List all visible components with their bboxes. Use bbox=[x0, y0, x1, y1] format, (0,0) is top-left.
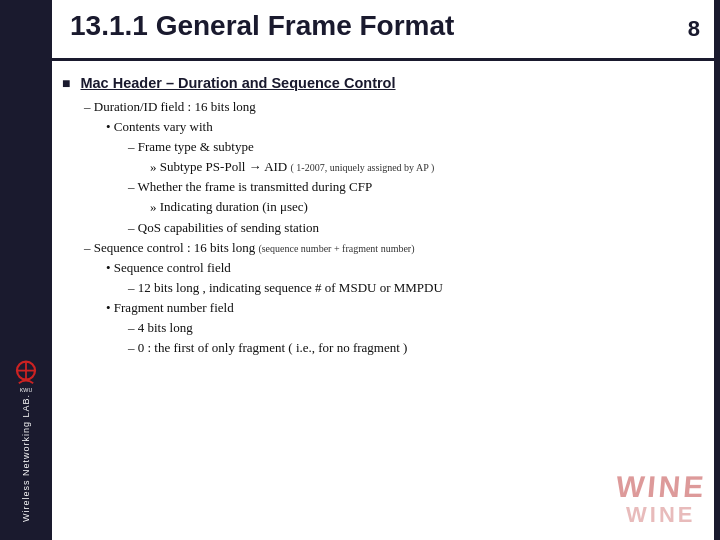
qos-item: – QoS capabilities of sending station bbox=[128, 218, 704, 238]
left-sidebar: KWU Wireless Networking LAB. bbox=[0, 0, 52, 540]
wine-text-top: WINE bbox=[614, 470, 707, 504]
four-bits-item: – 4 bits long bbox=[128, 318, 704, 338]
sidebar-lab-text: Wireless Networking LAB. bbox=[21, 394, 31, 522]
bullet-square-icon: ■ bbox=[62, 73, 70, 95]
seq-control-field-item: • Sequence control field bbox=[106, 258, 704, 278]
section-header: ■ Mac Header – Duration and Sequence Con… bbox=[62, 72, 704, 95]
cfp-item: – Whether the frame is transmitted durin… bbox=[128, 177, 704, 197]
section-title: Mac Header – Duration and Sequence Contr… bbox=[80, 72, 395, 94]
duration-item: – Duration/ID field : 16 bits long bbox=[84, 97, 704, 117]
page-number: 8 bbox=[688, 16, 700, 42]
slide: KWU Wireless Networking LAB. 8 13.1.1 Ge… bbox=[0, 0, 720, 540]
university-logo: KWU bbox=[8, 358, 44, 394]
twelve-bits-item: – 12 bits long , indicating sequence # o… bbox=[128, 278, 704, 298]
zero-fragment-item: – 0 : the first of only fragment ( i.e.,… bbox=[128, 338, 704, 358]
contents-vary-item: • Contents vary with bbox=[106, 117, 704, 137]
slide-content: ■ Mac Header – Duration and Sequence Con… bbox=[62, 72, 704, 530]
right-accent-bar bbox=[714, 0, 720, 540]
seq-note: (sequence number + fragment number) bbox=[258, 243, 414, 254]
aid-note: ( 1-2007, uniquely assigned by AP ) bbox=[291, 162, 435, 173]
wine-watermark: WINE WINE bbox=[616, 470, 706, 528]
wine-text-bottom: WINE bbox=[626, 502, 695, 528]
seq-control-item: – Sequence control : 16 bits long (seque… bbox=[84, 238, 704, 258]
fragment-field-item: • Fragment number field bbox=[106, 298, 704, 318]
svg-text:KWU: KWU bbox=[20, 387, 33, 393]
duration-usec-item: » Indicating duration (in μsec) bbox=[150, 197, 704, 217]
frame-type-item: – Frame type & subtype bbox=[128, 137, 704, 157]
top-accent-bar bbox=[52, 58, 714, 61]
subtype-item: » Subtype PS-Poll → AID ( 1-2007, unique… bbox=[150, 157, 704, 177]
sidebar-logo: KWU bbox=[8, 358, 44, 394]
slide-title: 13.1.1 General Frame Format bbox=[70, 10, 454, 42]
